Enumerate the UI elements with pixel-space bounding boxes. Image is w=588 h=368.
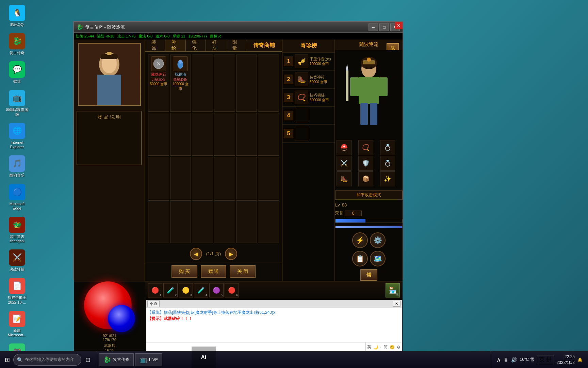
- shop-cell-empty-22[interactable]: [236, 200, 257, 243]
- tray-network-icon[interactable]: 🖥: [504, 357, 508, 363]
- ime-settings[interactable]: ⚙: [397, 345, 401, 350]
- desktop-icon-edge[interactable]: 🔵 Microsoft Edge: [3, 183, 31, 212]
- taskbar-view-button[interactable]: ⊡: [83, 356, 93, 364]
- nav-btn-2[interactable]: ⚙️: [370, 232, 386, 248]
- desktop-icon-shengshi[interactable]: 🐲 盛世复古 shengshi: [3, 215, 31, 245]
- equip-slot-weapon[interactable]: ⚔️: [337, 156, 352, 171]
- buy-button[interactable]: 购 买: [172, 265, 197, 278]
- honor-input[interactable]: [345, 211, 362, 216]
- taskbar-item-game[interactable]: 🐉 复古传奇: [99, 353, 134, 366]
- svg-point-23: [367, 58, 371, 62]
- minimize-button[interactable]: ─: [369, 24, 378, 31]
- window-icon: 🐉: [77, 24, 83, 30]
- desktop-icon-ie[interactable]: 🌐 Internet Explorer: [3, 121, 31, 151]
- nav-btn-4[interactable]: 🗺️: [370, 251, 386, 266]
- svg-point-5: [107, 52, 112, 55]
- rank-item-5[interactable]: 5: [282, 125, 334, 143]
- shop-item-1[interactable]: 祝福油 练级必备 100000 金币: [170, 55, 191, 112]
- tray-notification[interactable]: 🔔: [577, 357, 583, 362]
- desktop-icon-juezhan[interactable]: ⚔️ 决战轩辕: [3, 248, 31, 273]
- start-button[interactable]: ⊞: [3, 356, 12, 364]
- shop-cell-empty-14[interactable]: [192, 157, 213, 199]
- gift-button[interactable]: 赠 送: [201, 265, 227, 278]
- shop-cell-empty-7[interactable]: [170, 113, 191, 155]
- rank-item-2[interactable]: 2 🥾 传音神符 50000 金币: [282, 71, 334, 89]
- ai-label: Ai: [192, 347, 216, 368]
- desktop-icon-bilibili[interactable]: 📺 哔哩哔哩直播姬: [3, 89, 31, 118]
- shop-cell-empty-8[interactable]: [192, 113, 213, 155]
- taskbar-item-live[interactable]: 📺 LIVE: [135, 353, 162, 366]
- tab-supply[interactable]: 补给: [165, 40, 185, 51]
- desktop-icon-qq[interactable]: 🐧 腾讯QQ: [3, 3, 31, 28]
- maximize-button[interactable]: □: [379, 24, 389, 31]
- prev-page-button[interactable]: ◀: [190, 248, 202, 260]
- equip-slot-ring2[interactable]: 💍: [380, 156, 395, 171]
- desktop-icon-scanner[interactable]: 📄 扫描全能王 2022-10-...: [3, 276, 31, 306]
- rank-item-1[interactable]: 1 🎺 千里传音(大) 100000 金币: [282, 52, 334, 71]
- shop-cell-empty-6[interactable]: [148, 113, 169, 155]
- equip-slot-helm[interactable]: ⛑️: [337, 140, 352, 155]
- shop-cell-empty-2[interactable]: [192, 55, 213, 112]
- nav-btn-1[interactable]: ⚡: [352, 232, 368, 248]
- rank-item-3[interactable]: 3 📿 技巧项链 500000 金币: [282, 89, 334, 107]
- chat-input[interactable]: [146, 342, 365, 352]
- skill-slot-5[interactable]: 🟣5: [209, 283, 224, 297]
- ime-emoji[interactable]: 😊: [390, 345, 395, 350]
- window-title: 复古传奇 - 随波逐流: [85, 24, 369, 30]
- next-page-button[interactable]: ▶: [225, 248, 237, 260]
- shop-quick-btn[interactable]: 🏪店: [386, 283, 400, 297]
- chat-close-btn[interactable]: ✕: [393, 301, 401, 307]
- skill-slot-2[interactable]: 🧪2: [163, 283, 178, 297]
- tab-decoration[interactable]: 装饰: [145, 40, 165, 51]
- shop-cell-empty-4[interactable]: [236, 55, 257, 112]
- shop-cell-empty-17[interactable]: [258, 157, 279, 199]
- shop-cell-empty-13[interactable]: [170, 157, 191, 199]
- ime-indicator[interactable]: 英 拼: [537, 355, 554, 364]
- equip-slot-neck[interactable]: 📿: [358, 140, 373, 155]
- shop-cell-empty-19[interactable]: [170, 200, 191, 243]
- tray-sound-icon[interactable]: 🔊: [511, 357, 517, 363]
- skill-slot-3[interactable]: 🟡3: [179, 283, 193, 297]
- shop-cell-empty-12[interactable]: [148, 157, 169, 199]
- shop-close-button[interactable]: ✕: [395, 22, 403, 29]
- shop-cell-empty-20[interactable]: [192, 200, 213, 243]
- equip-slot-belt[interactable]: 📦: [358, 171, 373, 186]
- equip-slot-boots[interactable]: 🥾: [337, 171, 352, 186]
- skill-slot-6[interactable]: 🔴6: [225, 283, 239, 297]
- time-display-tray[interactable]: 22:25 2022/10/2: [557, 354, 575, 366]
- desktop-icon-fuguochuanqi[interactable]: 🐉 复古传奇: [3, 32, 31, 57]
- shop-cell-empty-11[interactable]: [258, 113, 279, 155]
- equip-slot-extra[interactable]: ✨: [380, 171, 395, 186]
- skill-slot-1[interactable]: 🔴1: [148, 283, 162, 297]
- rank-item-4[interactable]: 4: [282, 107, 334, 125]
- ime-moon[interactable]: 🌙: [373, 345, 378, 350]
- desktop-icon-wechat[interactable]: 💬 微信: [3, 60, 31, 85]
- shop-cell-empty-16[interactable]: [236, 157, 257, 199]
- skill-slot-4[interactable]: 🧪4: [194, 283, 208, 297]
- shop-cell-empty-23[interactable]: [258, 200, 279, 243]
- shop-cell-empty-10[interactable]: [236, 113, 257, 155]
- store-button[interactable]: 铺: [360, 269, 377, 281]
- nav-btn-3[interactable]: 📋: [352, 251, 368, 266]
- close-shop-button[interactable]: 关 闭: [230, 265, 256, 278]
- ime-simple[interactable]: 简: [383, 344, 388, 350]
- tab-limited[interactable]: 限量: [226, 40, 246, 51]
- equip-slot-ring1[interactable]: 💍: [380, 140, 395, 155]
- tab-friend[interactable]: 好友: [206, 40, 226, 51]
- shop-cell-empty-18[interactable]: [148, 200, 169, 243]
- desktop-icon-new-ms[interactable]: 📝 新建 Microsoft...: [3, 309, 31, 339]
- ime-dot[interactable]: ·: [380, 345, 381, 350]
- equip-slot-armor[interactable]: 🛡️: [358, 156, 373, 171]
- search-bar[interactable]: 🔍 在这里输入你要搜索的内容: [13, 354, 81, 366]
- shop-cell-empty-21[interactable]: [214, 200, 235, 243]
- chat-tab-nearby[interactable]: 小道: [147, 301, 160, 307]
- ime-lang[interactable]: 英: [367, 344, 371, 350]
- shop-cell-empty-15[interactable]: [214, 157, 235, 199]
- shop-cell-empty-9[interactable]: [214, 113, 235, 155]
- shop-cell-empty-3[interactable]: [214, 55, 235, 112]
- shop-cell-empty-5[interactable]: [258, 55, 279, 112]
- desktop-icon-kugou[interactable]: 🎵 酷狗音乐: [3, 154, 31, 179]
- tab-enhance[interactable]: 强化: [186, 40, 206, 51]
- shop-item-0[interactable]: ⚔ 藏珠斧石 升级宝石 50000 金币: [148, 55, 169, 112]
- tray-show-hidden-icon[interactable]: ∧: [496, 356, 501, 364]
